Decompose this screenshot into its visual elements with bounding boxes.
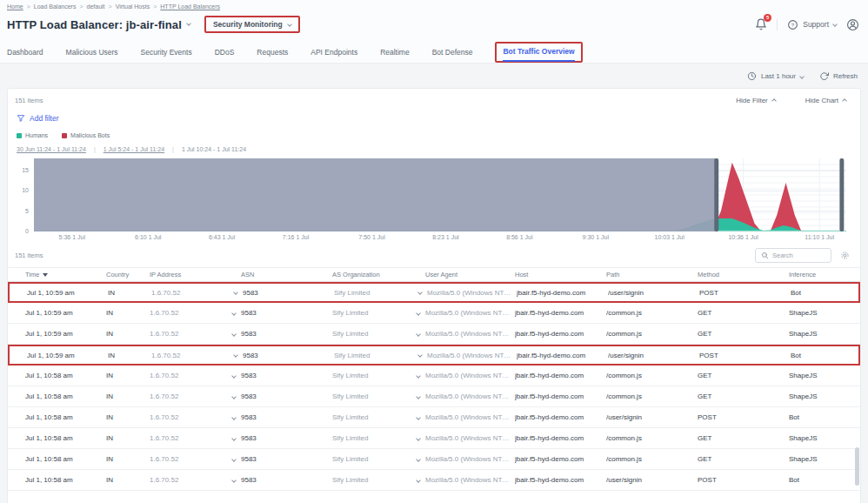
user-avatar[interactable] — [846, 18, 859, 31]
cell-value: Jul 1, 10:58 am — [25, 434, 73, 442]
legend-item-malicious-bots[interactable]: Malicious Bots — [62, 132, 110, 138]
cell-time: Jul 1, 10:58 am — [25, 476, 106, 484]
cell-ip: 1.6.70.52 — [150, 434, 241, 442]
cell-user_agent: Mozilla/5.0 (Windows NT 10.0; ... — [425, 476, 515, 484]
column-header-country[interactable]: Country — [106, 271, 150, 278]
dropdown-caret-icon[interactable] — [416, 394, 421, 399]
table-row-4[interactable]: Jul 1, 10:59 amIN1.6.70.529583Sify Limit… — [8, 345, 860, 366]
column-header-user_agent[interactable]: User Agent — [425, 271, 515, 278]
chart-plot-area[interactable] — [34, 158, 846, 231]
legend-swatch-icon — [17, 133, 22, 138]
tab-malicious-users[interactable]: Malicious Users — [66, 48, 118, 63]
tab-dashboard[interactable]: Dashboard — [7, 48, 43, 63]
hide-filter-toggle[interactable]: Hide Filter — [736, 97, 775, 104]
dropdown-caret-icon[interactable] — [231, 436, 237, 441]
tab-bot-traffic-overview[interactable]: Bot Traffic Overview — [495, 42, 582, 63]
dropdown-caret-icon[interactable] — [231, 311, 237, 316]
time-range-0[interactable]: 30 Jun 11:24 - 1 Jul 11:24 — [17, 146, 86, 152]
table-row-7[interactable]: Jul 1, 10:58 amIN1.6.70.529583Sify Limit… — [8, 407, 860, 428]
column-header-asn[interactable]: ASN — [241, 271, 332, 278]
dropdown-caret-icon[interactable] — [416, 436, 421, 441]
dropdown-caret-icon[interactable] — [231, 332, 237, 337]
column-header-as_org[interactable]: AS Organization — [332, 271, 425, 278]
add-filter-button[interactable]: Add filter — [17, 114, 860, 123]
tab-ddos[interactable]: DDoS — [215, 48, 235, 63]
column-header-inference[interactable]: Inference — [789, 271, 860, 278]
hide-chart-toggle[interactable]: Hide Chart — [805, 97, 846, 104]
table-settings-gear-icon[interactable] — [840, 251, 850, 260]
column-header-time[interactable]: Time — [25, 271, 106, 278]
breadcrumb-item-http-load-balancers[interactable]: HTTP Load Balancers — [160, 3, 220, 10]
dropdown-caret-icon[interactable] — [417, 290, 423, 295]
column-header-host[interactable]: Host — [515, 271, 606, 278]
dropdown-caret-icon[interactable] — [416, 311, 421, 316]
cell-host: jbair.f5-hyd-demo.com — [515, 455, 606, 463]
time-range-dropdown[interactable]: Last 1 hour — [747, 71, 804, 81]
table-row-10[interactable]: Jul 1, 10:58 amIN1.6.70.529583Sify Limit… — [8, 470, 860, 491]
cell-host: jbair.f5-hyd-demo.com — [515, 476, 606, 484]
column-header-ip[interactable]: IP Address — [150, 271, 241, 278]
scrollbar-thumb[interactable] — [855, 447, 859, 486]
refresh-button[interactable]: Refresh — [819, 71, 858, 81]
breadcrumb-item-home[interactable]: Home — [7, 3, 23, 10]
cell-as_org: Sify Limited — [332, 413, 425, 421]
cell-path: /common.js — [606, 392, 698, 400]
time-range-2: 1 Jul 10:24 - 1 Jul 11:24 — [182, 146, 246, 152]
breadcrumb: Home>Load Balancers>default>Virtual Host… — [7, 3, 859, 10]
cell-value: POST — [699, 352, 718, 359]
table-row-3[interactable]: Jul 1, 10:59 amIN1.6.70.529583Sify Limit… — [8, 324, 860, 345]
dropdown-caret-icon[interactable] — [416, 478, 421, 483]
dropdown-caret-icon[interactable] — [231, 457, 237, 462]
tab-requests[interactable]: Requests — [257, 48, 288, 63]
dropdown-caret-icon[interactable] — [416, 332, 421, 337]
cell-ip: 1.6.70.52 — [150, 372, 241, 379]
dropdown-caret-icon[interactable] — [416, 373, 421, 379]
cell-value: IN — [106, 434, 113, 442]
cell-method: GET — [698, 330, 789, 338]
brush-handle-left[interactable] — [714, 158, 718, 231]
notification-badge: 5 — [764, 14, 771, 22]
dropdown-caret-icon[interactable] — [416, 457, 421, 462]
refresh-icon — [819, 71, 829, 81]
table-row-5[interactable]: Jul 1, 10:58 amIN1.6.70.529583Sify Limit… — [8, 366, 860, 386]
support-menu[interactable]: ? Support — [787, 19, 837, 30]
cell-value: 9583 — [241, 413, 257, 421]
table-row-2[interactable]: Jul 1, 10:59 amIN1.6.70.529583Sify Limit… — [8, 303, 860, 324]
tab-realtime[interactable]: Realtime — [380, 48, 410, 63]
cell-host: jbair.f5-hyd-demo.com — [515, 309, 606, 317]
dropdown-caret-icon[interactable] — [233, 352, 238, 358]
tab-security-events[interactable]: Security Events — [141, 48, 192, 63]
column-header-path[interactable]: Path — [606, 271, 698, 278]
dropdown-caret-icon[interactable] — [231, 394, 237, 399]
brush-handle-right[interactable] — [839, 158, 844, 231]
legend-item-humans[interactable]: Humans — [17, 132, 48, 138]
table-row-9[interactable]: Jul 1, 10:58 amIN1.6.70.529583Sify Limit… — [8, 449, 860, 470]
header-divider — [777, 19, 778, 30]
tab-bot-defense[interactable]: Bot Defense — [432, 48, 473, 63]
dropdown-caret-icon[interactable] — [231, 415, 237, 420]
cell-value: Sify Limited — [332, 476, 368, 484]
cell-value: Mozilla/5.0 (Windows NT 10.0; ... — [427, 289, 517, 297]
dropdown-caret-icon[interactable] — [231, 373, 237, 379]
notifications-button[interactable]: 5 — [755, 18, 767, 30]
cell-path: /common.js — [606, 455, 698, 463]
tab-api-endpoints[interactable]: API Endpoints — [310, 48, 357, 63]
breadcrumb-separator: > — [79, 3, 83, 10]
dropdown-caret-icon[interactable] — [231, 478, 237, 483]
time-range-1[interactable]: 1 Jul 5:24 - 1 Jul 11:24 — [103, 146, 164, 152]
dropdown-caret-icon[interactable] — [233, 290, 238, 295]
table-row-1[interactable]: Jul 1, 10:59 amIN1.6.70.529583Sify Limit… — [8, 282, 860, 303]
column-header-label: Host — [515, 271, 528, 278]
title-chevron-down-icon[interactable] — [186, 21, 191, 26]
table-row-6[interactable]: Jul 1, 10:58 amIN1.6.70.529583Sify Limit… — [8, 386, 860, 407]
column-header-method[interactable]: Method — [698, 271, 789, 278]
dropdown-caret-icon[interactable] — [416, 415, 421, 420]
chevron-down-icon — [832, 22, 838, 27]
mode-selector-dropdown[interactable]: Security Monitoring — [204, 16, 300, 33]
search-input[interactable] — [772, 252, 825, 259]
table-row-8[interactable]: Jul 1, 10:58 amIN1.6.70.529583Sify Limit… — [8, 428, 860, 449]
dropdown-caret-icon[interactable] — [417, 352, 423, 358]
cell-value: ShapeJS — [789, 372, 817, 379]
x-axis-label: 5:36 1 Jul — [59, 234, 85, 240]
table-search[interactable] — [755, 248, 831, 263]
